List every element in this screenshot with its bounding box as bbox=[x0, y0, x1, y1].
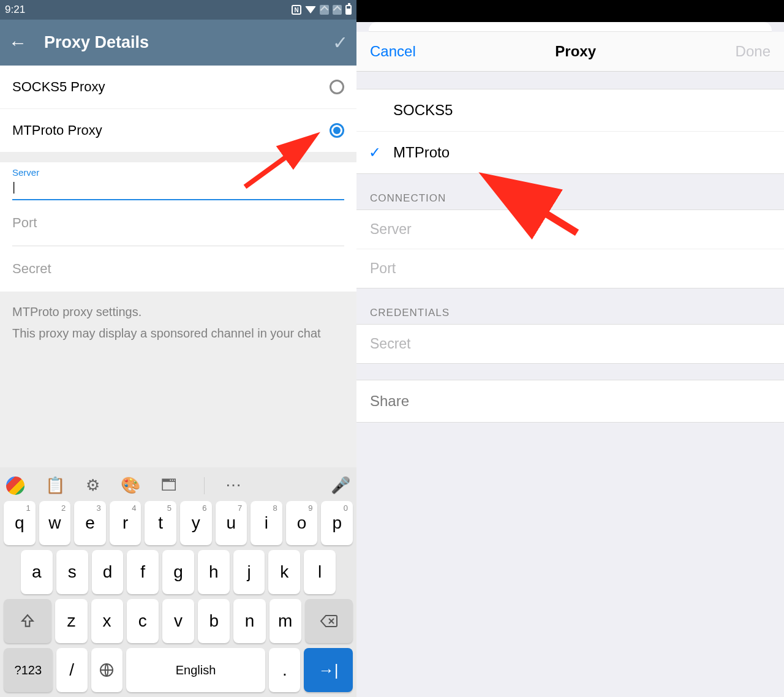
key-q[interactable]: q1 bbox=[4, 501, 36, 545]
period-key[interactable]: . bbox=[269, 648, 300, 692]
ios-secret-field[interactable]: Secret bbox=[356, 325, 784, 363]
section-header-credentials: CREDENTIALS bbox=[356, 288, 784, 324]
key-c[interactable]: c bbox=[127, 599, 159, 643]
proxy-type-mtproto[interactable]: MTProto Proxy bbox=[0, 109, 356, 153]
radio-on-icon[interactable] bbox=[330, 123, 344, 138]
port-input[interactable]: Port bbox=[12, 200, 344, 246]
app-bar: ← Proxy Details ✓ bbox=[0, 20, 356, 66]
key-m[interactable]: m bbox=[270, 599, 301, 643]
slash-key[interactable]: / bbox=[56, 648, 88, 692]
nav-title: Proxy bbox=[555, 43, 596, 60]
server-input[interactable] bbox=[12, 178, 344, 200]
info-text: MTProto proxy settings. This proxy may d… bbox=[0, 292, 356, 354]
signal-icon-2 bbox=[333, 5, 342, 15]
key-n[interactable]: n bbox=[233, 599, 265, 643]
server-label: Server bbox=[12, 167, 344, 178]
keyboard: 📋 ⚙ 🎨 🗔 ⋯ 🎤 q1w2e3r4t5y6u7i8o9p0 asdfghj… bbox=[0, 467, 356, 697]
palette-icon[interactable]: 🎨 bbox=[121, 476, 140, 495]
back-icon[interactable]: ← bbox=[9, 32, 27, 53]
key-j[interactable]: j bbox=[233, 550, 265, 594]
gear-icon[interactable]: ⚙ bbox=[86, 476, 100, 495]
key-u[interactable]: u7 bbox=[216, 501, 247, 545]
clipboard-icon[interactable]: 📋 bbox=[45, 476, 65, 495]
checkmark-icon: ✓ bbox=[369, 144, 381, 161]
proxy-form: Server Port Secret bbox=[0, 162, 356, 292]
secret-input[interactable]: Secret bbox=[12, 246, 344, 292]
keyboard-toolbar: 📋 ⚙ 🎨 🗔 ⋯ 🎤 bbox=[0, 470, 356, 501]
google-icon[interactable] bbox=[6, 477, 24, 495]
backspace-key[interactable] bbox=[305, 599, 353, 643]
key-i[interactable]: i8 bbox=[251, 501, 282, 545]
key-b[interactable]: b bbox=[198, 599, 230, 643]
android-pane: 9:21 N ← Proxy Details ✓ SOCKS5 Proxy MT… bbox=[0, 0, 356, 697]
sticker-icon[interactable]: 🗔 bbox=[161, 476, 177, 495]
ios-credentials-fields: Secret bbox=[356, 324, 784, 364]
radio-off-icon[interactable] bbox=[330, 80, 344, 94]
symbols-key[interactable]: ?123 bbox=[4, 648, 53, 692]
info-line2: This proxy may display a sponsored chann… bbox=[12, 325, 344, 342]
ios-port-field[interactable]: Port bbox=[356, 249, 784, 288]
language-key[interactable] bbox=[91, 648, 123, 692]
done-button[interactable]: Done bbox=[736, 43, 771, 60]
key-g[interactable]: g bbox=[162, 550, 194, 594]
key-t[interactable]: t5 bbox=[145, 501, 176, 545]
section-header-connection: CONNECTION bbox=[356, 174, 784, 209]
proxy-type-socks5[interactable]: SOCKS5 Proxy bbox=[0, 66, 356, 109]
key-l[interactable]: l bbox=[304, 550, 336, 594]
wifi-icon bbox=[305, 6, 316, 13]
proxy-type-label: MTProto Proxy bbox=[12, 122, 102, 138]
confirm-icon[interactable]: ✓ bbox=[333, 32, 348, 53]
key-p[interactable]: p0 bbox=[321, 501, 353, 545]
key-s[interactable]: s bbox=[56, 550, 88, 594]
signal-icon bbox=[320, 5, 329, 15]
key-z[interactable]: z bbox=[55, 599, 87, 643]
ios-type-label: SOCKS5 bbox=[393, 102, 453, 119]
info-line1: MTProto proxy settings. bbox=[12, 304, 344, 320]
shift-key[interactable] bbox=[4, 599, 51, 643]
ios-pane: Cancel Proxy Done SOCKS5 ✓ MTProto CONNE… bbox=[356, 0, 784, 697]
key-o[interactable]: o9 bbox=[286, 501, 318, 545]
key-x[interactable]: x bbox=[91, 599, 123, 643]
mic-icon[interactable]: 🎤 bbox=[331, 476, 350, 495]
ios-type-mtproto[interactable]: ✓ MTProto bbox=[356, 132, 784, 173]
key-y[interactable]: y6 bbox=[180, 501, 212, 545]
key-r[interactable]: r4 bbox=[110, 501, 141, 545]
more-icon[interactable]: ⋯ bbox=[225, 476, 241, 495]
key-w[interactable]: w2 bbox=[39, 501, 71, 545]
key-e[interactable]: e3 bbox=[74, 501, 106, 545]
key-a[interactable]: a bbox=[21, 550, 53, 594]
key-v[interactable]: v bbox=[162, 599, 194, 643]
ios-connection-fields: Server Port bbox=[356, 209, 784, 288]
status-bar: 9:21 N bbox=[0, 0, 356, 20]
clock: 9:21 bbox=[5, 4, 25, 16]
page-title: Proxy Details bbox=[44, 33, 333, 52]
space-key[interactable]: English bbox=[126, 648, 265, 692]
key-h[interactable]: h bbox=[198, 550, 230, 594]
enter-key[interactable]: →| bbox=[304, 648, 353, 692]
key-f[interactable]: f bbox=[127, 550, 159, 594]
battery-icon bbox=[345, 5, 352, 15]
nfc-icon: N bbox=[292, 5, 301, 15]
ios-proxy-type-list: SOCKS5 ✓ MTProto bbox=[356, 89, 784, 174]
key-k[interactable]: k bbox=[268, 550, 300, 594]
key-d[interactable]: d bbox=[92, 550, 124, 594]
ios-type-socks5[interactable]: SOCKS5 bbox=[356, 89, 784, 132]
share-button[interactable]: Share bbox=[356, 380, 784, 423]
ios-server-field[interactable]: Server bbox=[356, 210, 784, 249]
ios-navbar: Cancel Proxy Done bbox=[356, 32, 784, 72]
cancel-button[interactable]: Cancel bbox=[370, 43, 416, 60]
proxy-type-list: SOCKS5 Proxy MTProto Proxy bbox=[0, 66, 356, 153]
proxy-type-label: SOCKS5 Proxy bbox=[12, 79, 105, 95]
ios-type-label: MTProto bbox=[393, 144, 450, 161]
